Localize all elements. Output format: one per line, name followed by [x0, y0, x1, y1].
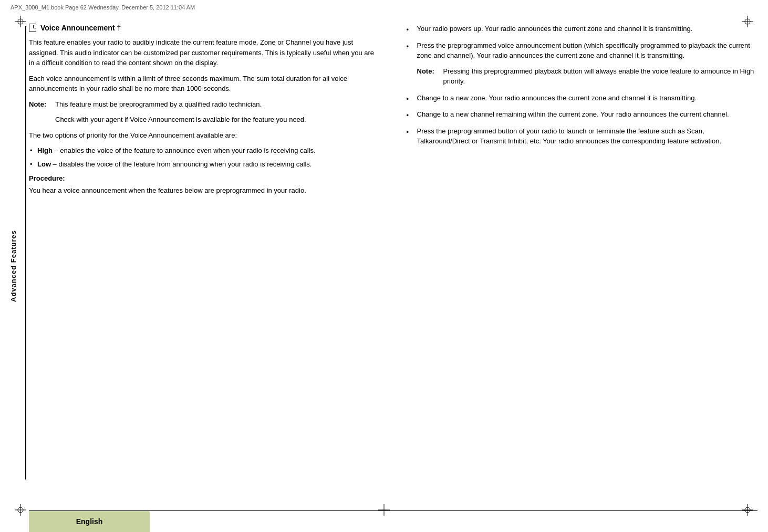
procedure-text: You hear a voice announcement when the f… [29, 185, 380, 196]
paragraph-2: Each voice announcement is within a limi… [29, 74, 380, 94]
priority-bullets: High – enables the voice of the feature … [29, 145, 380, 169]
priority-intro: The two options of priority for the Voic… [29, 130, 380, 141]
left-column: Voice Announcement† This feature enables… [29, 24, 386, 490]
doc-icon [29, 24, 36, 32]
note-1: Note: This feature must be preprogrammed… [29, 99, 380, 110]
bullet-dot-1 [407, 24, 417, 35]
right-item-2: Press the preprogrammed voice announceme… [407, 40, 758, 61]
bullet-high: High – enables the voice of the feature … [29, 145, 380, 156]
right-item-1: Your radio powers up. Your radio announc… [407, 24, 758, 35]
paragraph-1: This feature enables your radio to audib… [29, 37, 380, 68]
right-item-4: Change to a new channel remaining within… [407, 109, 758, 121]
right-item-3: Change to a new zone. Your radio announc… [407, 93, 758, 105]
side-line [25, 26, 26, 479]
chapter-label: Advanced Features [0, 0, 26, 532]
procedure-label: Procedure: [29, 174, 380, 182]
english-tab-label: English [76, 517, 103, 526]
note-1-extra: Check with your agent if Voice Announcem… [55, 114, 380, 125]
right-item-5: Press the preprogrammed button of your r… [407, 126, 758, 147]
bullet-low: Low – disables the voice of the feature … [29, 159, 380, 170]
right-column: Your radio powers up. Your radio announc… [401, 24, 758, 490]
file-info: APX_3000_M1.book Page 62 Wednesday, Dece… [11, 4, 195, 11]
bullet-dot-3 [407, 93, 417, 105]
bullet-dot-2 [407, 40, 417, 61]
note-2: Note: Pressing this preprogrammed playba… [417, 66, 758, 87]
main-content: Voice Announcement† This feature enables… [29, 24, 757, 490]
bullet-dot-4 [407, 109, 417, 121]
bullet-dot-5 [407, 126, 417, 147]
english-tab: English [29, 511, 150, 532]
section-title: Voice Announcement† [29, 24, 380, 32]
